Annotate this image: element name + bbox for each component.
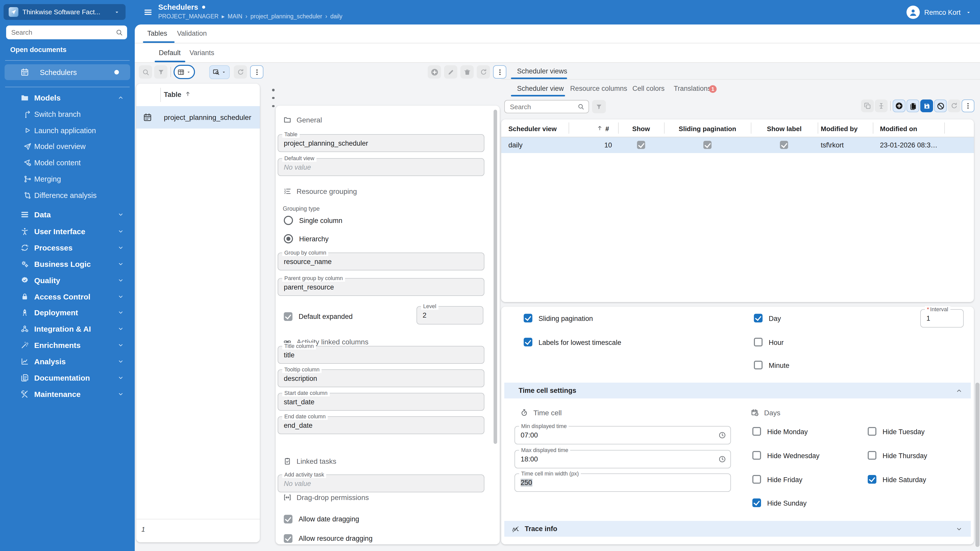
cancel-button[interactable]	[934, 100, 947, 112]
subtab-scheduler-view[interactable]: Scheduler view	[517, 85, 564, 92]
refresh-button[interactable]	[234, 65, 247, 79]
time-cell-min-width-field[interactable]: Time cell min width (px) 250	[514, 473, 731, 492]
sidebar-item-difference-analysis[interactable]: Difference analysis	[0, 187, 135, 203]
sidebar-item-documentation[interactable]: Documentation	[0, 369, 135, 386]
sidebar-item-data[interactable]: Data	[0, 206, 135, 222]
hide-friday-checkbox[interactable]	[752, 475, 761, 484]
sidebar-item-user-interface[interactable]: User Interface	[0, 223, 135, 239]
splitter-handle[interactable]	[271, 89, 275, 107]
prefilter-dropdown[interactable]	[209, 65, 230, 79]
sidebar-search[interactable]	[6, 25, 127, 39]
hamburger-menu-button[interactable]	[142, 8, 154, 17]
refresh-button[interactable]	[948, 100, 961, 112]
search-button[interactable]	[139, 65, 152, 79]
edit-button[interactable]	[444, 65, 457, 79]
hide-thursday-checkbox[interactable]	[868, 451, 877, 460]
labels-lowest-timescale-checkbox[interactable]	[524, 338, 532, 346]
grid-column-header[interactable]: Show	[618, 125, 664, 133]
chevron-down-icon	[118, 260, 124, 267]
min-displayed-time-field[interactable]: Min displayed time 07:00	[514, 426, 731, 445]
subtab-cell-colors[interactable]: Cell colors	[632, 85, 665, 92]
sidebar-item-merging[interactable]: Merging	[0, 171, 135, 187]
interval-field[interactable]: *Interval 1	[920, 309, 964, 327]
view-mode-dropdown[interactable]	[173, 65, 195, 79]
views-search[interactable]	[504, 100, 589, 113]
sidebar-item-model-content[interactable]: Model content	[0, 155, 135, 170]
refresh-icon	[237, 68, 244, 76]
save-button[interactable]	[920, 100, 933, 112]
calendar-icon	[21, 68, 29, 76]
add-button[interactable]	[428, 65, 441, 79]
grid-column-header[interactable]: Scheduler view	[508, 125, 557, 133]
breadcrumb-item[interactable]: MAIN	[228, 13, 242, 19]
rename-button[interactable]	[875, 100, 888, 112]
hide-sunday-checkbox[interactable]	[752, 499, 761, 507]
drag-icon	[283, 493, 291, 502]
hide-tuesday-checkbox[interactable]	[868, 427, 877, 436]
table-row[interactable]: project_planning_scheduler	[136, 106, 260, 129]
sidebar-item-integration-ai[interactable]: Integration & AI	[0, 321, 135, 337]
tab-tables[interactable]: Tables	[143, 30, 171, 37]
breadcrumb-item[interactable]: project_planning_scheduler	[250, 13, 322, 19]
list-column-header[interactable]: Table	[164, 91, 181, 98]
sidebar-item-switch-branch[interactable]: Switch branch	[0, 106, 135, 122]
sliding-pagination-checkbox[interactable]	[524, 314, 532, 322]
checkbox-label: Hide Saturday	[883, 476, 926, 484]
more-options-button[interactable]	[493, 65, 506, 79]
sidebar-item-model-overview[interactable]: Model overview	[0, 138, 135, 154]
grid-column-header[interactable]: Sliding pagination	[664, 125, 751, 133]
trace-icon	[511, 525, 520, 533]
filter-button[interactable]	[154, 65, 167, 79]
tab-variants[interactable]: Variants	[188, 49, 216, 57]
tab-default[interactable]: Default	[156, 49, 184, 57]
panel-scrollbar[interactable]	[975, 383, 980, 547]
clock-icon[interactable]	[718, 431, 726, 439]
hide-wednesday-checkbox[interactable]	[752, 451, 761, 460]
sidebar-item-schedulers[interactable]: Schedulers	[5, 64, 130, 80]
sidebar-item-quality[interactable]: Quality	[0, 272, 135, 288]
views-search-input[interactable]	[509, 102, 577, 111]
trace-info-header[interactable]: Trace info	[504, 521, 971, 537]
hour-checkbox[interactable]	[754, 338, 762, 346]
subtab-resource-columns[interactable]: Resource columns	[570, 85, 627, 92]
user-menu[interactable]: Remco Kort	[906, 5, 972, 19]
sidebar-item-deployment[interactable]: Deployment	[0, 304, 135, 321]
sidebar-item-models[interactable]: Models	[0, 90, 135, 106]
hide-saturday-checkbox[interactable]	[868, 475, 877, 484]
form-scrollbar[interactable]	[493, 110, 497, 444]
grid-column-header[interactable]: Show label	[751, 125, 818, 133]
add-row-button[interactable]	[893, 100, 905, 112]
tab-validation[interactable]: Validation	[176, 30, 208, 37]
time-cell-settings-header[interactable]: Time cell settings	[504, 383, 971, 399]
duplicate-button[interactable]	[907, 100, 919, 112]
grid-column-header[interactable]: #	[605, 125, 609, 133]
sidebar-item-launch-application[interactable]: Launch application	[0, 122, 135, 138]
sidebar-search-input[interactable]	[10, 28, 115, 37]
clock-icon[interactable]	[718, 455, 726, 463]
sidebar-item-maintenance[interactable]: Maintenance	[0, 386, 135, 402]
sidebar-item-business-logic[interactable]: Business Logic	[0, 256, 135, 272]
chevron-down-icon	[118, 211, 124, 218]
workspace-selector[interactable]: Thinkwise Software Fact...	[3, 4, 126, 20]
delete-button[interactable]	[460, 65, 474, 79]
grid-column-header[interactable]: Modified by	[821, 125, 858, 133]
day-checkbox[interactable]	[754, 314, 762, 322]
breadcrumb-item[interactable]: PROJECT_MANAGER	[158, 13, 218, 19]
tab-scheduler-views[interactable]: Scheduler views	[517, 67, 567, 75]
filter-button[interactable]	[592, 100, 606, 113]
hide-monday-checkbox[interactable]	[752, 427, 761, 436]
refresh-button[interactable]	[477, 65, 490, 79]
grid-column-header[interactable]: Modified on	[880, 125, 917, 133]
sidebar-item-analysis[interactable]: Analysis	[0, 353, 135, 369]
sidebar-item-processes[interactable]: Processes	[0, 239, 135, 256]
sidebar-item-enrichments[interactable]: Enrichments	[0, 337, 135, 353]
copy-button[interactable]	[861, 100, 874, 112]
breadcrumb-item[interactable]: daily	[330, 13, 342, 19]
minute-checkbox[interactable]	[754, 361, 762, 369]
subtab-translations[interactable]: Translations	[674, 85, 711, 92]
more-options-button[interactable]	[250, 65, 263, 79]
tools-icon	[21, 389, 29, 398]
max-displayed-time-field[interactable]: Max displayed time 18:00	[514, 450, 731, 468]
sidebar-item-access-control[interactable]: Access Control	[0, 288, 135, 305]
more-options-button[interactable]	[962, 100, 974, 112]
